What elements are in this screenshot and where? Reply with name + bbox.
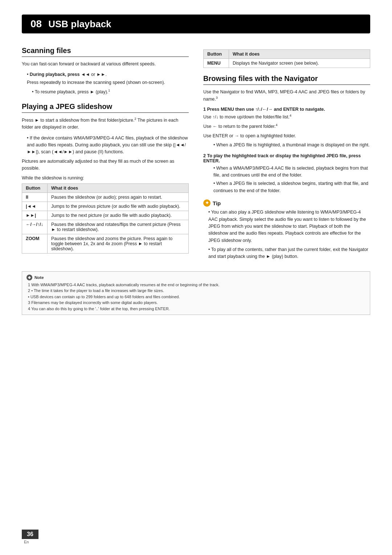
step2-bullet1: When a WMA/MP3/MPEG-4 AAC file is select…	[213, 165, 370, 179]
jpeg-pictures-auto: Pictures are automatically adjusted so t…	[22, 158, 189, 172]
page-lang: En	[24, 540, 29, 544]
chapter-number: 08	[30, 18, 42, 30]
menu-table-header-what: What it does	[229, 50, 370, 59]
step1-line2-text: Use ← to return to the parent folder.	[203, 124, 275, 129]
note-lines: 1 With WMA/MP3/MPEG-4 AAC tracks, playba…	[26, 282, 366, 312]
jpeg-intro-text: Press ► to start a slideshow from the fi…	[22, 118, 134, 123]
while-running: While the slideshow is running:	[22, 175, 189, 181]
during-playback-label: During playback, press	[30, 72, 80, 77]
two-column-layout: Scanning files You can fast-scan forward…	[22, 46, 370, 263]
menu-table: Button What it does MENU Displays the Na…	[203, 49, 370, 68]
slideshow-cell-button: ←/→/↑/↓	[22, 220, 48, 234]
menu-table-row-menu: MENU Displays the Navigator screen (see …	[204, 59, 370, 68]
slideshow-cell-what: Jumps to the previous picture (or audio …	[48, 202, 189, 211]
during-playback-detail: Press repeatedly to increase the scannin…	[27, 79, 189, 86]
slideshow-cell-what: Pauses the slideshow (or audio); press a…	[48, 193, 189, 202]
jpeg-intro: Press ► to start a slideshow from the fi…	[22, 117, 189, 131]
note-line: 2 • The time it takes for the player to …	[28, 288, 366, 294]
slideshow-table-header-what: What it does	[48, 184, 189, 193]
note-icon: ◆	[26, 275, 32, 280]
step1-bullet: When a JPEG file is highlighted, a thumb…	[213, 142, 370, 149]
tip-label: Tip	[213, 200, 221, 206]
menu-table-cell-what: Displays the Navigator screen (see below…	[229, 59, 370, 68]
slideshow-cell-button: ZOOM	[22, 234, 48, 254]
tip-title: ✦ Tip	[203, 199, 370, 207]
note-title: ◆ Note	[26, 275, 366, 280]
tip-icon: ✦	[203, 199, 211, 207]
slideshow-cell-what: Jumps to the next picture (or audio file…	[48, 211, 189, 220]
right-column: Button What it does MENU Displays the Na…	[203, 46, 370, 263]
note-line: 1 With WMA/MP3/MPEG-4 AAC tracks, playba…	[28, 282, 366, 288]
left-column: Scanning files You can fast-scan forward…	[22, 46, 189, 263]
menu-table-header-button: Button	[204, 50, 229, 59]
slideshow-table-row: IIPauses the slideshow (or audio); press…	[22, 193, 189, 202]
slideshow-table-row: ►►|Jumps to the next picture (or audio f…	[22, 211, 189, 220]
step1-line1-text: Use ↑/↓ to move up/down the folder/file …	[203, 114, 290, 119]
chapter-header: 08 USB playback	[22, 15, 370, 33]
slideshow-table: Button What it does IIPauses the slidesh…	[22, 183, 189, 254]
step1-line2: Use ← to return to the parent folder.4	[203, 123, 370, 130]
browsing-intro: Use the Navigator to find WMA, MP3, MPEG…	[203, 89, 370, 103]
resume-bullet: To resume playback, press ► (play).1	[32, 88, 189, 96]
slideshow-cell-button: II	[22, 193, 48, 202]
tip-bullet2: To play all of the contents, rather than…	[208, 246, 370, 260]
scanning-intro: You can fast-scan forward or backward at…	[22, 61, 189, 68]
step1-line2-sup: 4	[275, 123, 277, 127]
browsing-title: Browsing files with the Navigator	[203, 74, 370, 85]
menu-table-cell-button: MENU	[204, 59, 229, 68]
chapter-title: USB playback	[48, 19, 111, 30]
step1-line1-sup: 4	[290, 114, 291, 117]
page-number-bar: 36 En	[22, 530, 38, 544]
note-label: Note	[34, 275, 44, 280]
page-number: 36	[22, 530, 38, 539]
tip-section: ✦ Tip You can also play a JPEG slideshow…	[203, 199, 370, 260]
note-section: ◆ Note 1 With WMA/MP3/MPEG-4 AAC tracks,…	[22, 271, 370, 315]
slideshow-cell-what: Pauses the slideshow and rotates/flips t…	[48, 220, 189, 234]
jpeg-bullet1: If the device contains WMA/MP3/MPEG-4 AA…	[27, 135, 189, 156]
slideshow-table-row: ←/→/↑/↓Pauses the slideshow and rotates/…	[22, 220, 189, 234]
note-line: 4 You can also do this by going to the '…	[28, 306, 366, 312]
slideshow-table-row: |◄◄Jumps to the previous picture (or aud…	[22, 202, 189, 211]
step1-heading: 1 Press MENU then use ↑/↓/←/→ and ENTER …	[203, 107, 370, 112]
during-playback-bullet: During playback, press ◄◄ or ►►. Press r…	[27, 71, 189, 86]
jpeg-section: Playing a JPEG slideshow Press ► to star…	[22, 102, 189, 254]
step2-bullet2: When a JPEG file is selected, a slidesho…	[213, 180, 370, 194]
slideshow-cell-what: Pauses the slideshow and zooms the pictu…	[48, 234, 189, 254]
jpeg-title: Playing a JPEG slideshow	[22, 102, 189, 113]
slideshow-cell-button: ►►|	[22, 211, 48, 220]
browsing-section: Browsing files with the Navigator Use th…	[203, 74, 370, 194]
step1-line1: Use ↑/↓ to move up/down the folder/file …	[203, 113, 370, 121]
step2-heading-text: 2 To play the highlighted track or displ…	[203, 153, 361, 163]
note-line: 3 Filenames may be displayed incorrectly…	[28, 300, 366, 306]
scanning-title: Scanning files	[22, 46, 189, 57]
scanning-section: Scanning files You can fast-scan forward…	[22, 46, 189, 96]
during-playback-text: ◄◄ or ►►.	[79, 72, 107, 77]
note-line: • USB devices can contain up to 299 fold…	[28, 294, 366, 300]
step2-heading: 2 To play the highlighted track or displ…	[203, 153, 370, 163]
slideshow-cell-button: |◄◄	[22, 202, 48, 211]
slideshow-table-header-button: Button	[22, 184, 48, 193]
page-container: 08 USB playback Scanning files You can f…	[0, 0, 392, 555]
browsing-intro-text: Use the Navigator to find WMA, MP3, MPEG…	[203, 89, 365, 102]
resume-sup: 1	[108, 89, 110, 92]
tip-bullet1: You can also play a JPEG slideshow while…	[208, 209, 370, 244]
step1-line3: Use ENTER or → to open a highlighted fol…	[203, 133, 370, 139]
slideshow-table-row: ZOOMPauses the slideshow and zooms the p…	[22, 234, 189, 254]
browsing-intro-sup: 3	[216, 96, 218, 100]
resume-text: To resume playback, press ► (play).	[35, 89, 109, 94]
